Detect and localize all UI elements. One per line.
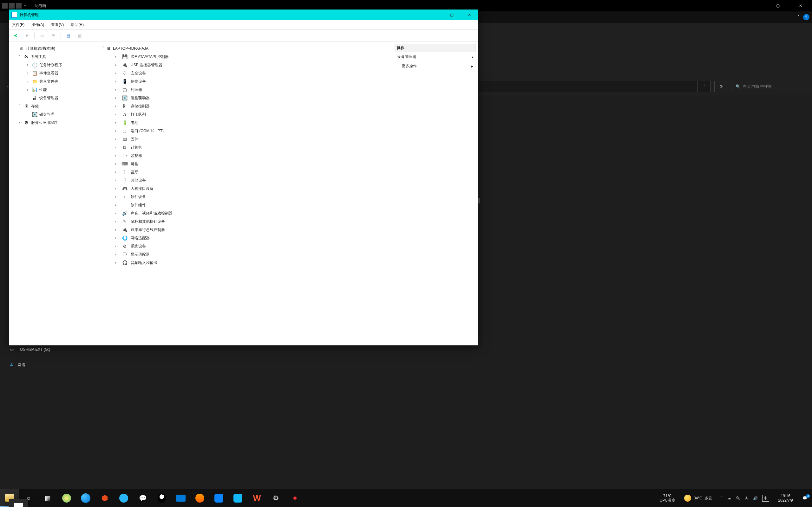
refresh-button[interactable]: ▦ (75, 32, 84, 40)
device-category[interactable]: ›🖱鼠标和其他指针设备 (102, 217, 389, 226)
nav-root[interactable]: 计算机管理(本地) (26, 46, 55, 51)
taskbar-app[interactable] (190, 489, 209, 507)
device-category[interactable]: ›▢处理器 (102, 86, 389, 94)
taskbar-settings[interactable]: ⚙ (266, 489, 286, 507)
collapse-icon[interactable]: ▴ (471, 55, 473, 59)
nav-device-manager[interactable]: 设备管理器 (39, 95, 58, 101)
nav-systools[interactable]: 系统工具 (31, 54, 46, 60)
device-category[interactable]: ›🎧音频输入和输出 (102, 259, 389, 267)
tray-volume-icon[interactable]: 🔊 (753, 496, 758, 500)
device-category[interactable]: ›🔊声音、视频和游戏控制器 (102, 209, 389, 217)
tray-power-icon[interactable]: 🔌 (735, 496, 740, 500)
device-category[interactable]: ›🖨打印队列 (102, 110, 389, 118)
actions-more[interactable]: 更多操作 ▸ (395, 61, 476, 71)
minimize-button[interactable]: — (744, 0, 766, 11)
device-category[interactable]: ›🔌通用串行总线控制器 (102, 226, 389, 234)
device-category[interactable]: ›🖥计算机 (102, 143, 389, 152)
taskbar-recording[interactable] (286, 489, 305, 507)
mmc-titlebar[interactable]: 计算机管理 — ▢ ✕ (9, 9, 478, 20)
help-icon[interactable]: ? (803, 14, 809, 20)
actions-group-label: 设备管理器 (397, 54, 416, 60)
device-root[interactable]: LAPTOP-4DPAHAJA (113, 46, 148, 51)
device-label: 处理器 (131, 87, 142, 93)
maximize-button[interactable]: ▢ (443, 9, 461, 20)
device-category[interactable]: ›📱便携设备 (102, 77, 389, 86)
nav-back-button[interactable]: ⮜ (11, 32, 20, 40)
device-category[interactable]: ›⚙系统设备 (102, 242, 389, 250)
taskbar-app[interactable] (57, 489, 76, 507)
device-category[interactable]: ›⚎端口 (COM 和 LPT) (102, 127, 389, 135)
device-category[interactable]: ›❔其他设备 (102, 176, 389, 184)
device-category[interactable]: ›⌨键盘 (102, 160, 389, 168)
tray-cloud-icon[interactable]: ☁ (727, 496, 731, 500)
ime-indicator[interactable]: 中 (762, 495, 769, 502)
nav-storage[interactable]: 存储 (31, 104, 39, 109)
minimize-button[interactable]: — (425, 9, 443, 20)
device-category[interactable]: ›▤固件 (102, 135, 389, 143)
taskbar-app[interactable] (229, 489, 247, 507)
device-icon: 🔊 (122, 210, 128, 216)
weather-widget[interactable]: 34℃ 多云 (680, 495, 716, 502)
qat-icon (2, 3, 8, 9)
address-dropdown-icon[interactable]: ˅ (698, 81, 710, 92)
cpu-temp-label: CPU温度 (660, 498, 675, 503)
menu-view[interactable]: 查看(V) (51, 22, 64, 27)
sidebar-item-toshiba[interactable]: ▭ TOSHIBA EXT (G:) (0, 345, 74, 354)
search-input[interactable]: 🔍 在 此电脑 中搜索 (732, 81, 808, 92)
taskbar-mmc[interactable] (9, 499, 28, 507)
clock[interactable]: 19:16 2022/7/9 (774, 494, 798, 503)
tray-network-icon[interactable]: 🖧 (745, 496, 749, 500)
nav-event-viewer[interactable]: 事件查看器 (39, 71, 58, 76)
show-hide-button[interactable]: ☰ (49, 32, 57, 40)
cpu-temp-widget[interactable]: 71℃ CPU温度 (655, 494, 680, 503)
device-label: USB 连接器管理器 (131, 62, 162, 68)
device-category[interactable]: ›💾IDE ATA/ATAPI 控制器 (102, 53, 389, 61)
sidebar-item-network[interactable]: 🖧 网络 (0, 360, 74, 370)
device-category[interactable]: ›▫软件组件 (102, 201, 389, 209)
nav-performance[interactable]: 性能 (39, 87, 47, 93)
menu-action[interactable]: 操作(A) (32, 22, 44, 27)
device-icon: 🎮 (122, 186, 128, 191)
gear-icon: ⚙ (271, 493, 281, 503)
mmc-nav-tree[interactable]: 🖥计算机管理(本地) ˅🛠系统工具 ›🕒任务计划程序 ›📋事件查看器 ›📁共享文… (9, 42, 99, 345)
refresh-button[interactable]: ⟳ (714, 81, 728, 92)
nav-shared-folders[interactable]: 共享文件夹 (39, 79, 58, 84)
nav-forward-button[interactable]: ⮞ (23, 32, 31, 40)
maximize-button[interactable]: ▢ (766, 0, 789, 11)
close-button[interactable]: ✕ (461, 9, 478, 20)
menu-help[interactable]: 帮助(H) (71, 22, 84, 27)
taskbar-mail[interactable] (171, 489, 190, 507)
taskbar-edge[interactable] (76, 489, 95, 507)
device-category[interactable]: ›🌐网络适配器 (102, 234, 389, 242)
notification-center[interactable]: 💬 3 (798, 496, 812, 500)
ribbon-collapse-icon[interactable]: ˄ (798, 15, 799, 19)
nav-task-scheduler[interactable]: 任务计划程序 (39, 62, 62, 68)
properties-button[interactable]: ▤ (64, 32, 72, 40)
device-category[interactable]: ›🗄存储控制器 (102, 102, 389, 110)
device-category[interactable]: ›🖵监视器 (102, 152, 389, 160)
device-category[interactable]: ›💽磁盘驱动器 (102, 94, 389, 102)
device-category[interactable]: ›▫软件设备 (102, 193, 389, 201)
taskbar-wechat[interactable]: 💬 (133, 489, 152, 507)
close-button[interactable]: ✕ (789, 0, 812, 11)
up-button[interactable]: ▭ (38, 32, 46, 40)
device-category[interactable]: ›🔌USB 连接器管理器 (102, 61, 389, 69)
nav-disk-management[interactable]: 磁盘管理 (39, 112, 55, 117)
system-tray[interactable]: ˄ ☁ 🔌 🖧 🔊 中 (716, 495, 774, 502)
actions-group[interactable]: 设备管理器 ▴ (395, 52, 476, 61)
taskbar-app[interactable] (209, 489, 229, 507)
taskbar-wps[interactable]: W (247, 489, 266, 507)
taskbar-ie[interactable] (114, 489, 133, 507)
device-category[interactable]: ›🛡安全设备 (102, 69, 389, 77)
device-category[interactable]: ›🔋电池 (102, 118, 389, 127)
device-category[interactable]: ›ᛒ蓝牙 (102, 168, 389, 176)
menu-file[interactable]: 文件(F) (12, 22, 24, 27)
nav-services[interactable]: 服务和应用程序 (31, 120, 58, 125)
device-category[interactable]: ›🎮人机接口设备 (102, 184, 389, 193)
taskbar-office[interactable]: ⬢ (95, 489, 114, 507)
task-view-button[interactable]: ▦ (38, 489, 57, 507)
taskbar-qq[interactable] (152, 489, 171, 507)
tray-chevron-icon[interactable]: ˄ (721, 496, 723, 500)
device-category[interactable]: ›🖵显示适配器 (102, 250, 389, 259)
device-manager-tree[interactable]: ˅ 🖥 LAPTOP-4DPAHAJA ›💾IDE ATA/ATAPI 控制器›… (99, 42, 392, 345)
